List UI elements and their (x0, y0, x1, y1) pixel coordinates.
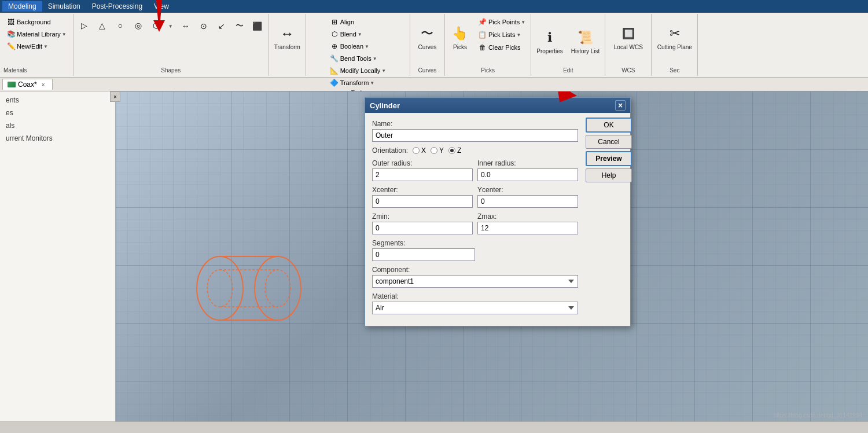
document-tab-close[interactable]: × (39, 80, 47, 89)
shape-icon-1: ▷ (78, 19, 91, 32)
document-tab-icon (8, 82, 16, 87)
ok-btn[interactable]: OK (586, 118, 632, 133)
modify-locally-dropdown: ▼ (381, 68, 386, 74)
svg-point-3 (197, 256, 243, 320)
clear-picks-icon: 🗑 (478, 43, 487, 52)
background-btn[interactable]: 🖼 Background (3, 16, 69, 28)
document-tab-label: Coax* (18, 80, 37, 89)
properties-btn[interactable]: ℹ Properties (534, 16, 566, 66)
shape-btn-10[interactable]: ⬛ (249, 17, 266, 36)
pick-points-dropdown: ▼ (521, 20, 525, 25)
wcs-label: WCS (621, 66, 635, 74)
shape-tools-icon: 🔷 (330, 78, 339, 87)
shape-tools-btn[interactable]: 🔷 Transform ▼ (327, 77, 389, 89)
left-panel-item-monitors[interactable]: urrent Monitors (2, 132, 113, 145)
ribbon-group-shapes: ▷ △ ○ ◎ ⬡ ▼ ↔ ⊙ ↙ 〜 ⬛ Shapes (73, 14, 269, 76)
orientation-x-option[interactable]: X (413, 146, 426, 155)
menu-post-processing[interactable]: Post-Processing (86, 1, 148, 12)
transform-btn[interactable]: ↔ Transform (271, 16, 303, 58)
shape-btn-2[interactable]: △ (94, 16, 111, 36)
inner-radius-input[interactable] (477, 168, 578, 181)
menu-modeling[interactable]: Modeling (2, 1, 42, 12)
xcenter-input[interactable] (372, 195, 473, 208)
name-label: Name: (372, 120, 578, 128)
align-icon: ⊞ (330, 17, 339, 27)
left-panel-item-ents[interactable]: ents (2, 94, 113, 107)
cutting-plane-btn[interactable]: ✂ Cutting Plane (654, 16, 695, 58)
document-tab-coax[interactable]: Coax* × (2, 79, 53, 90)
boolean-btn[interactable]: ⊕ Boolean ▼ (327, 41, 389, 52)
orientation-y-radio[interactable] (431, 147, 437, 154)
shape-btn-6[interactable]: ↔ (177, 17, 194, 36)
ycenter-input[interactable] (477, 195, 578, 208)
sec-label: Sec (670, 66, 679, 74)
viewport: https://blog.csdn.net/qq_31142994 Cylind… (116, 91, 868, 433)
preview-btn[interactable]: Preview (586, 151, 632, 166)
curves-btn[interactable]: 〜 Curves (414, 16, 440, 58)
shape-icon-6: ↔ (179, 19, 193, 33)
component-select[interactable]: component1 (372, 275, 578, 288)
dialog-close-btn[interactable]: × (615, 100, 626, 111)
outer-radius-input[interactable] (372, 168, 473, 181)
bend-tools-icon: 🔧 (330, 54, 339, 63)
modify-locally-btn[interactable]: 📐 Modify Locally ▼ (327, 65, 389, 76)
align-btn[interactable]: ⊞ Align (327, 16, 389, 28)
menu-view[interactable]: View (148, 1, 175, 12)
orientation-x-radio[interactable] (413, 147, 420, 154)
left-panel-item-es[interactable]: es (2, 107, 113, 119)
help-btn[interactable]: Help (586, 168, 632, 182)
cutting-plane-icon: ✂ (665, 24, 684, 43)
ycenter-label: Ycenter: (477, 186, 578, 194)
dialog-titlebar: Cylinder × (365, 98, 630, 113)
material-select[interactable]: Air (372, 302, 578, 314)
main-area: × ents es als urrent Monitors (0, 91, 868, 433)
left-panel-close-btn[interactable]: × (110, 91, 120, 102)
svg-point-8 (265, 270, 290, 307)
picks-label: Picks (481, 66, 495, 74)
name-input[interactable] (372, 129, 578, 142)
background-icon: 🖼 (6, 17, 16, 27)
history-list-btn[interactable]: 📜 History List (568, 16, 602, 66)
pick-lists-btn[interactable]: 📋 Pick Lists ▼ (475, 29, 528, 41)
shape-btn-3[interactable]: ○ (112, 16, 129, 36)
shape-btn-9[interactable]: 〜 (231, 17, 248, 36)
component-label: Component: (372, 266, 578, 274)
local-wcs-btn[interactable]: 🔲 Local WCS (611, 16, 646, 58)
orientation-z-option[interactable]: Z (448, 146, 461, 155)
properties-icon: ℹ (540, 28, 559, 47)
pick-points-btn[interactable]: 📌 Pick Points ▼ (475, 16, 528, 28)
shape-icon-5: ⬡ (149, 19, 163, 32)
picks-btn[interactable]: 👆 Picks (447, 16, 473, 58)
shape-btn-8[interactable]: ↙ (213, 17, 230, 36)
curves-icon: 〜 (418, 24, 436, 43)
segments-input[interactable] (372, 248, 475, 261)
curves-group-label: Curves (418, 66, 437, 74)
orientation-z-radio[interactable] (448, 147, 455, 154)
menu-simulation[interactable]: Simulation (42, 1, 86, 12)
shapes-label: Shapes (161, 66, 181, 74)
blend-btn[interactable]: ⬡ Blend ▼ (327, 28, 389, 40)
bend-tools-dropdown: ▼ (373, 56, 377, 61)
ribbon-group-wcs: 🔲 Local WCS WCS (605, 14, 652, 76)
orientation-y-option[interactable]: Y (431, 146, 444, 155)
zmin-input[interactable] (372, 222, 473, 234)
ribbon-group-tools: ⊞ Align ⬡ Blend ▼ ⊕ Boolean ▼ 🔧 Bend Too… (306, 14, 410, 76)
new-edit-btn[interactable]: ✏️ New/Edit ▼ (3, 41, 69, 52)
clear-picks-btn[interactable]: 🗑 Clear Picks (475, 42, 528, 53)
left-panel-item-als[interactable]: als (2, 119, 113, 132)
local-wcs-icon: 🔲 (619, 24, 638, 43)
bend-tools-btn[interactable]: 🔧 Bend Tools ▼ (327, 53, 389, 64)
material-library-btn[interactable]: 📚 Material Library ▼ (3, 28, 69, 40)
shape-btn-1[interactable]: ▷ (76, 16, 93, 36)
shape-btn-5[interactable]: ⬡ (148, 16, 165, 36)
cancel-btn[interactable]: Cancel (586, 135, 632, 149)
left-panel: ents es als urrent Monitors (0, 91, 116, 433)
shape-btn-7[interactable]: ⊙ (195, 17, 212, 36)
shape-dropdown[interactable]: ▼ (165, 16, 176, 36)
cylinder-3d-shape (174, 236, 324, 340)
material-label: Material: (372, 292, 578, 300)
segments-label: Segments: (372, 239, 578, 247)
zmax-input[interactable] (477, 222, 578, 234)
shape-btn-4[interactable]: ◎ (130, 16, 147, 36)
statusbar (0, 421, 868, 433)
